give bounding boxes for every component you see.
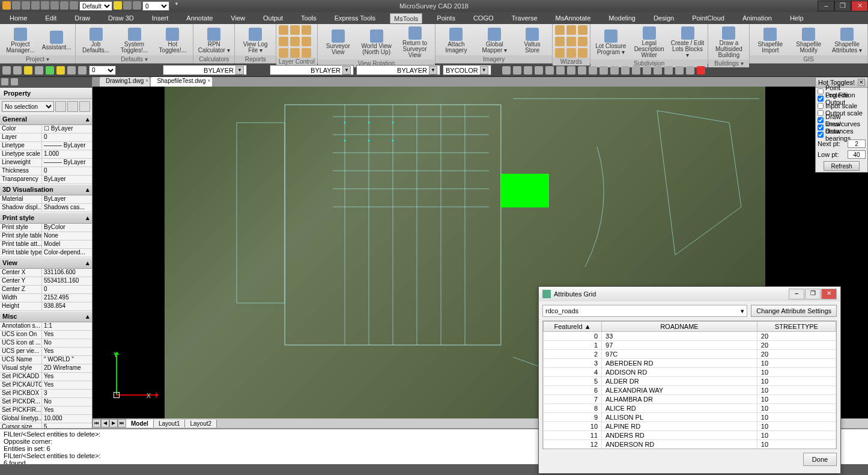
- hot-toggle-checkbox[interactable]: [818, 96, 824, 102]
- draw-tool-icon[interactable]: [513, 66, 521, 75]
- tab-close-icon[interactable]: ×: [207, 78, 210, 84]
- color-combo[interactable]: BYCOLOR▼: [443, 65, 491, 75]
- property-value[interactable]: 3: [42, 390, 92, 397]
- draw-tool-icon[interactable]: [578, 66, 586, 75]
- property-value[interactable]: ☐ ByLayer: [42, 125, 92, 133]
- table-header[interactable]: STREETTYPE: [757, 322, 836, 332]
- menu-item-traverse[interactable]: Traverse: [508, 13, 541, 23]
- property-value[interactable]: ——— ByLayer: [42, 142, 92, 150]
- tb2-select[interactable]: 0: [89, 66, 116, 75]
- property-row[interactable]: Layer0: [0, 133, 92, 142]
- draw-tool-icon[interactable]: [524, 66, 532, 75]
- property-value[interactable]: ByLayer: [42, 195, 92, 203]
- menu-item-draw[interactable]: Draw: [71, 13, 94, 23]
- property-value[interactable]: 10.000: [42, 415, 92, 423]
- property-row[interactable]: Lineweight——— ByLayer: [0, 159, 92, 167]
- property-section-header[interactable]: 3D Visualisation▴: [0, 184, 92, 195]
- property-row[interactable]: Thickness0: [0, 167, 92, 176]
- property-row[interactable]: Print styleByColor: [0, 224, 92, 232]
- ribbon-small-icon[interactable]: [302, 25, 311, 35]
- property-value[interactable]: 1.000: [42, 150, 92, 158]
- prop-tool-button[interactable]: [79, 101, 90, 112]
- ribbon-small-icon[interactable]: [578, 48, 587, 58]
- done-button[interactable]: Done: [803, 453, 837, 466]
- hot-toggle-checkbox[interactable]: [818, 132, 824, 138]
- table-row[interactable]: 11ANDERS RD10: [544, 431, 836, 440]
- model-tab[interactable]: Model: [126, 420, 154, 428]
- ribbon-button[interactable]: Assistant...: [41, 29, 73, 52]
- property-value[interactable]: Yes: [42, 381, 92, 389]
- menu-item-help[interactable]: Help: [786, 13, 807, 23]
- draw-tool-icon[interactable]: [589, 66, 597, 75]
- menu-item-annotate[interactable]: Annotate: [183, 13, 216, 23]
- menu-item-draw-3d[interactable]: Draw 3D: [105, 13, 138, 23]
- ribbon-button[interactable]: Valtus Store: [515, 26, 550, 55]
- ribbon-button[interactable]: Job Defaults...: [78, 26, 114, 55]
- table-row[interactable]: 8ALICE RD10: [544, 404, 836, 413]
- property-value[interactable]: Model: [42, 241, 92, 248]
- property-section-header[interactable]: View▴: [0, 257, 92, 269]
- draw-tool-icon[interactable]: [664, 66, 673, 75]
- ribbon-button[interactable]: Draw a Multisided Building: [711, 25, 747, 60]
- maximize-button[interactable]: ❐: [834, 1, 851, 11]
- ag-minimize-button[interactable]: ‒: [789, 289, 804, 299]
- property-value[interactable]: 0: [42, 167, 92, 175]
- menu-item-animation[interactable]: Animation: [739, 13, 775, 23]
- table-row[interactable]: 19720: [544, 341, 836, 350]
- ribbon-small-icon[interactable]: [566, 25, 576, 35]
- document-tab[interactable]: ShapefileTest.dwg ×: [151, 77, 211, 87]
- property-value[interactable]: 331106.600: [42, 269, 92, 277]
- ribbon-button[interactable]: Shapefile Import: [752, 26, 788, 55]
- hot-toggle-item[interactable]: Draw bearings: [816, 131, 867, 138]
- property-row[interactable]: Global linetyp...10.000: [0, 415, 92, 423]
- property-row[interactable]: TransparencyByLayer: [0, 176, 92, 184]
- property-row[interactable]: Set PICKDR...No: [0, 398, 92, 406]
- draw-tool-icon[interactable]: [697, 66, 705, 75]
- draw-tool-icon[interactable]: [545, 66, 554, 75]
- ribbon-small-icon[interactable]: [302, 48, 311, 58]
- ag-maximize-button[interactable]: ❐: [805, 289, 821, 299]
- menu-item-cogo[interactable]: COGO: [470, 13, 497, 23]
- ribbon-small-icon[interactable]: [566, 37, 576, 46]
- property-value[interactable]: Yes: [42, 406, 92, 414]
- property-row[interactable]: UCS icon at ...No: [0, 339, 92, 348]
- change-attribute-settings-button[interactable]: Change Attribute Settings: [751, 305, 837, 317]
- ribbon-small-icon[interactable]: [566, 48, 576, 58]
- menu-item-design[interactable]: Design: [650, 13, 678, 23]
- draw-tool-icon[interactable]: [610, 66, 619, 75]
- property-row[interactable]: Set PICKAUTOYes: [0, 381, 92, 390]
- tb2-icon[interactable]: [78, 66, 86, 75]
- property-row[interactable]: Linetype scale1.000: [0, 150, 92, 159]
- property-list[interactable]: General▴Color☐ ByLayerLayer0Linetype——— …: [0, 114, 92, 428]
- property-row[interactable]: UCS Name" WORLD ": [0, 356, 92, 364]
- tb2-icon[interactable]: [35, 66, 43, 75]
- nav-first[interactable]: ⏮: [93, 419, 101, 428]
- ribbon-button[interactable]: Return to Surveyor View: [397, 25, 433, 60]
- property-row[interactable]: Set PICKFIR...Yes: [0, 406, 92, 415]
- property-value[interactable]: None: [42, 232, 92, 240]
- attributes-grid-titlebar[interactable]: Attributes Grid ‒ ❐ ✕: [539, 287, 840, 301]
- property-value[interactable]: 0: [42, 133, 92, 141]
- ribbon-small-icon[interactable]: [279, 37, 288, 46]
- table-row[interactable]: 10ALPINE RD10: [544, 422, 836, 431]
- low-pt-input[interactable]: [848, 150, 866, 159]
- property-value[interactable]: 0: [42, 286, 92, 293]
- ribbon-button[interactable]: Shapefile Attributes ▾: [829, 26, 865, 55]
- layer-combo-a[interactable]: BYLAYER▼: [163, 65, 247, 75]
- qat-redo-icon[interactable]: [60, 1, 68, 10]
- property-section-header[interactable]: General▴: [0, 114, 92, 125]
- menu-item-express-tools[interactable]: Express Tools: [331, 13, 379, 23]
- table-row[interactable]: 3ABERDEEN RD10: [544, 359, 836, 368]
- ribbon-button[interactable]: Hot Toggles!...: [154, 26, 190, 55]
- ribbon-small-icon[interactable]: [555, 37, 565, 46]
- ribbon-button[interactable]: System Toggles!...: [117, 26, 153, 55]
- qat-expand-icon[interactable]: ▼: [174, 1, 179, 11]
- property-row[interactable]: Height938.854: [0, 302, 92, 311]
- layer-combo-b[interactable]: BYLAYER▼: [270, 65, 354, 75]
- menu-item-pointcloud[interactable]: PointCloud: [688, 13, 728, 23]
- table-header[interactable]: ROADNAME: [602, 322, 757, 332]
- app-icon[interactable]: [2, 1, 11, 10]
- ribbon-button[interactable]: Create / Edit Lots Blocks ▾: [670, 25, 706, 60]
- property-value[interactable]: ByColor: [42, 224, 92, 231]
- property-value[interactable]: Shadows cas...: [42, 204, 92, 212]
